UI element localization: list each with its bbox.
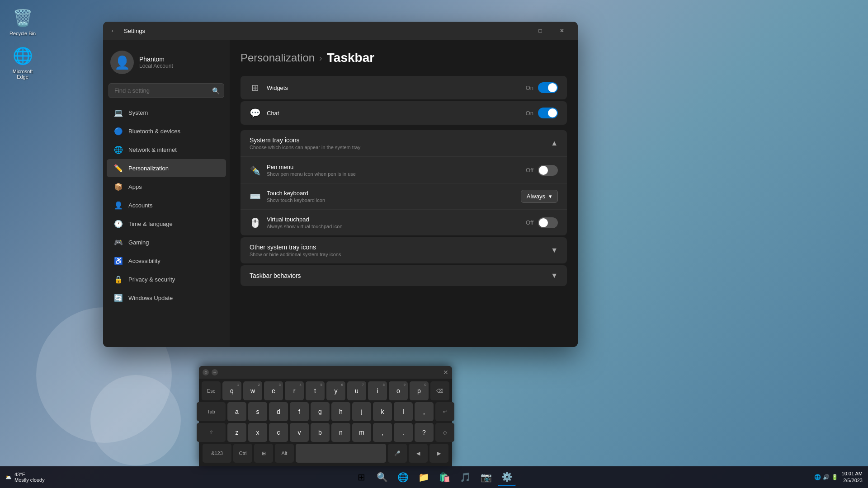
sidebar-item-time[interactable]: 🕐 Time & language <box>107 215 226 233</box>
key-shift-right[interactable]: ◇ <box>435 423 454 442</box>
key-comma[interactable]: , <box>415 402 434 421</box>
key-r[interactable]: r4 <box>285 381 304 400</box>
taskbar-settings-icon[interactable]: ⚙️ <box>498 468 516 486</box>
key-enter[interactable]: ↵ <box>435 402 454 421</box>
key-d[interactable]: d <box>269 402 288 421</box>
network-tray-icon[interactable]: 🌐 <box>814 474 821 480</box>
virtual-touchpad-row: 🖱️ Virtual touchpad Always show virtual … <box>241 210 567 235</box>
sidebar-item-accessibility[interactable]: ♿ Accessibility <box>107 252 226 270</box>
key-c[interactable]: c <box>269 423 288 442</box>
pen-menu-subtitle: Show pen menu icon when pen is in use <box>267 171 356 177</box>
key-h[interactable]: h <box>331 402 350 421</box>
widgets-title: Widgets <box>267 84 288 91</box>
key-o[interactable]: o9 <box>389 381 408 400</box>
key-dot[interactable]: . <box>394 423 413 442</box>
window-back-button[interactable]: ← <box>108 25 118 36</box>
taskbar-search-button[interactable]: 🔍 <box>373 468 391 486</box>
widgets-icon: ⊞ <box>250 82 260 93</box>
sidebar-item-apps[interactable]: 📦 Apps <box>107 178 226 196</box>
chat-toggle[interactable] <box>538 108 558 118</box>
key-m[interactable]: m <box>352 423 371 442</box>
pen-menu-toggle[interactable] <box>538 165 558 176</box>
key-ctrl[interactable]: Ctrl <box>233 444 252 463</box>
sidebar-item-gaming[interactable]: 🎮 Gaming <box>107 233 226 251</box>
weather-widget[interactable]: 🌥️ 43°F Mostly cloudy <box>5 472 45 483</box>
recycle-bin-icon[interactable]: 🗑️ Recycle Bin <box>5 7 41 36</box>
key-e[interactable]: e3 <box>264 381 283 400</box>
other-tray-collapse-button[interactable]: ▼ <box>551 246 558 254</box>
taskbar-camera-icon[interactable]: 📷 <box>477 468 495 486</box>
key-n[interactable]: n <box>331 423 350 442</box>
key-f[interactable]: f <box>290 402 309 421</box>
battery-tray-icon[interactable]: 🔋 <box>831 474 838 480</box>
taskbar-store-icon[interactable]: 🛍️ <box>435 468 453 486</box>
key-symbols[interactable]: &123 <box>203 444 231 463</box>
search-input[interactable] <box>108 83 224 98</box>
key-left-arrow[interactable]: ◀ <box>409 444 428 463</box>
touch-keyboard-dropdown[interactable]: Always ▾ <box>521 190 558 203</box>
key-v[interactable]: v <box>290 423 309 442</box>
key-s[interactable]: s <box>248 402 267 421</box>
search-icon: 🔍 <box>212 87 220 94</box>
taskbar-behaviors-header: Taskbar behaviors ▼ <box>241 265 567 286</box>
close-button[interactable]: ✕ <box>552 24 572 38</box>
sidebar-item-update[interactable]: 🔄 Windows Update <box>107 289 226 307</box>
widgets-toggle[interactable] <box>538 82 558 93</box>
key-l[interactable]: l <box>394 402 413 421</box>
key-esc[interactable]: Esc <box>202 381 221 400</box>
sidebar-item-personalization[interactable]: ✏️ Personalization <box>107 159 226 177</box>
minimize-button[interactable]: — <box>508 24 529 38</box>
sidebar-item-network[interactable]: 🌐 Network & internet <box>107 141 226 159</box>
key-alt[interactable]: Alt <box>275 444 294 463</box>
taskbar-explorer-icon[interactable]: 📁 <box>415 468 433 486</box>
taskbar-behaviors-collapse-button[interactable]: ▼ <box>551 272 558 280</box>
taskbar-edge-icon[interactable]: 🌐 <box>394 468 412 486</box>
key-x[interactable]: x <box>248 423 267 442</box>
key-t[interactable]: t5 <box>306 381 325 400</box>
key-question[interactable]: ? <box>415 423 434 442</box>
sidebar-item-privacy[interactable]: 🔒 Privacy & security <box>107 270 226 288</box>
sidebar-item-accounts[interactable]: 👤 Accounts <box>107 196 226 214</box>
edge-icon[interactable]: 🌐 MicrosoftEdge <box>5 45 41 80</box>
key-right-arrow[interactable]: ▶ <box>429 444 448 463</box>
pen-menu-off-label: Off <box>526 167 533 174</box>
touch-keyboard-title: Touch keyboard <box>267 190 325 197</box>
taskbar-clock[interactable]: 10:01 AM 2/5/2023 <box>842 470 863 484</box>
volume-tray-icon[interactable]: 🔊 <box>823 474 830 480</box>
maximize-button[interactable]: □ <box>530 24 551 38</box>
weather-temp: 43°F <box>14 472 45 477</box>
key-q[interactable]: q1 <box>222 381 241 400</box>
keyboard-close-button[interactable]: ✕ <box>443 369 448 376</box>
key-y[interactable]: y6 <box>326 381 345 400</box>
user-name: Phantom <box>139 56 173 63</box>
key-g[interactable]: g <box>311 402 330 421</box>
key-shift-left[interactable]: ⇧ <box>197 423 226 442</box>
key-mic[interactable]: 🎤 <box>388 444 407 463</box>
key-win[interactable]: ⊞ <box>254 444 273 463</box>
key-period[interactable]: , <box>373 423 392 442</box>
key-space[interactable] <box>296 444 386 463</box>
keyboard-body: Esc q1 w2 e3 r4 t5 y6 u7 i8 o9 p0 ⌫ Tab … <box>199 379 452 466</box>
sidebar-item-system[interactable]: 💻 System <box>107 103 226 122</box>
pen-menu-title: Pen menu <box>267 164 356 170</box>
taskbar-start-button[interactable]: ⊞ <box>352 468 370 486</box>
key-z[interactable]: z <box>227 423 246 442</box>
key-backspace[interactable]: ⌫ <box>430 381 449 400</box>
system-tray-section: System tray icons Choose which icons can… <box>241 130 567 235</box>
taskbar-spotify-icon[interactable]: 🎵 <box>456 468 474 486</box>
virtual-touchpad-toggle[interactable] <box>538 217 558 228</box>
key-p[interactable]: p0 <box>410 381 429 400</box>
key-i[interactable]: i8 <box>368 381 387 400</box>
system-tray-collapse-button[interactable]: ▲ <box>551 139 558 147</box>
key-j[interactable]: j <box>352 402 371 421</box>
sidebar-item-bluetooth[interactable]: 🔵 Bluetooth & devices <box>107 122 226 140</box>
user-profile[interactable]: 👤 Phantom Local Account <box>103 45 230 81</box>
breadcrumb-parent[interactable]: Personalization <box>241 52 315 64</box>
key-tab[interactable]: Tab <box>197 402 226 421</box>
key-w[interactable]: w2 <box>243 381 262 400</box>
key-b[interactable]: b <box>311 423 330 442</box>
key-u[interactable]: u7 <box>347 381 366 400</box>
accessibility-icon: ♿ <box>114 256 123 265</box>
key-a[interactable]: a <box>227 402 246 421</box>
key-k[interactable]: k <box>373 402 392 421</box>
